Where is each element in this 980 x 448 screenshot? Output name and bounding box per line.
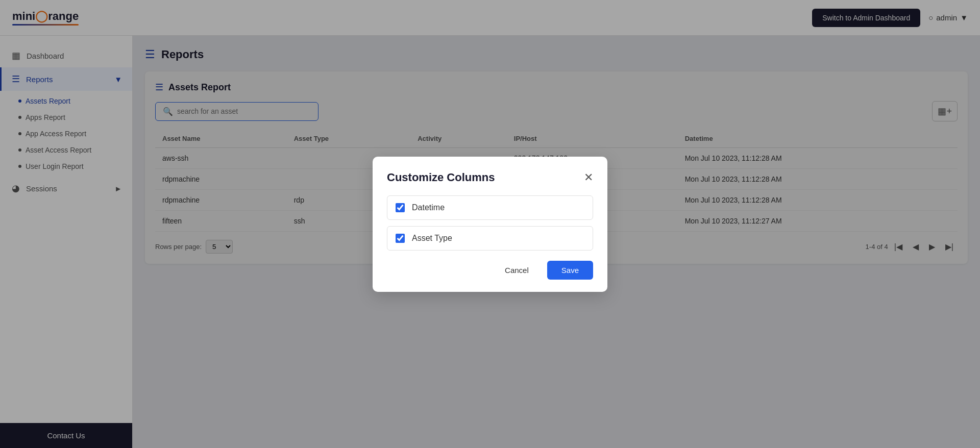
save-button[interactable]: Save xyxy=(547,261,593,280)
checkbox-datetime-label: Datetime xyxy=(412,203,445,212)
checkbox-asset-type-label: Asset Type xyxy=(412,234,452,243)
modal-header: Customize Columns ✕ xyxy=(387,171,593,184)
modal-close-button[interactable]: ✕ xyxy=(584,172,593,183)
checkbox-row-asset-type: Asset Type xyxy=(387,226,593,251)
modal-overlay: Customize Columns ✕ Datetime Asset Type … xyxy=(0,0,980,448)
checkbox-asset-type[interactable] xyxy=(396,234,405,243)
customize-columns-modal: Customize Columns ✕ Datetime Asset Type … xyxy=(373,157,607,292)
modal-title: Customize Columns xyxy=(387,171,495,184)
modal-actions: Cancel Save xyxy=(387,261,593,280)
cancel-button[interactable]: Cancel xyxy=(493,261,541,280)
checkbox-datetime[interactable] xyxy=(396,203,405,212)
checkbox-row-datetime: Datetime xyxy=(387,195,593,220)
